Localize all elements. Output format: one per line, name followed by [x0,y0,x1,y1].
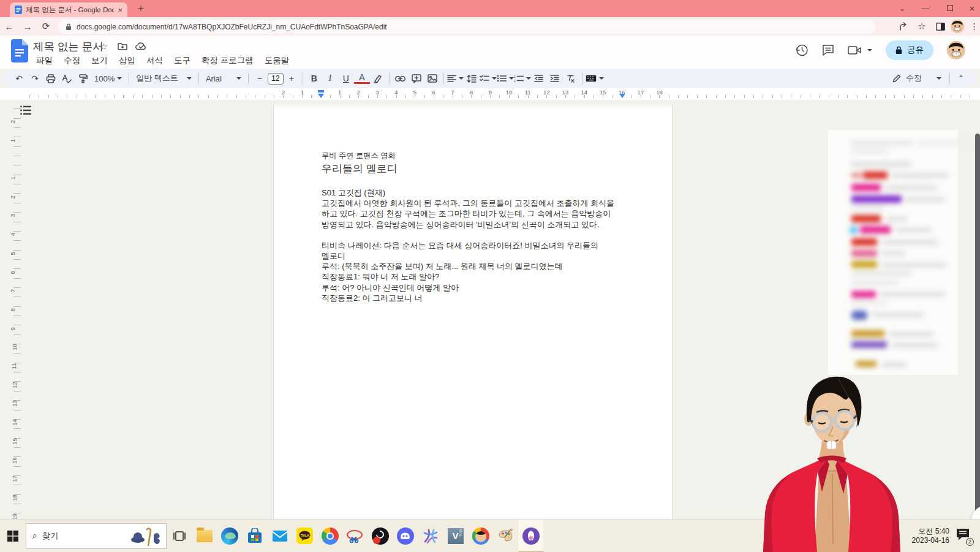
insert-link-icon[interactable] [393,71,409,86]
tab-search-chevron-icon[interactable]: ⌄ [892,0,913,16]
collapse-toolbar-icon[interactable]: ⌃ [953,71,969,86]
mail-icon[interactable] [267,520,292,552]
capture-tool-icon[interactable] [342,520,368,552]
menu-도구[interactable]: 도구 [170,54,195,67]
share-button[interactable]: 공유 [886,40,933,60]
doc-line[interactable] [322,230,628,240]
document-outline-icon[interactable] [20,105,31,115]
menu-보기[interactable]: 보기 [87,54,112,67]
paint-app-icon[interactable] [493,520,518,552]
italic-icon[interactable]: I [322,71,338,86]
font-select[interactable]: Arial [202,74,245,83]
align-icon[interactable] [447,71,464,86]
forward-icon[interactable]: → [18,21,37,32]
vseeface-icon[interactable]: V SF [443,520,468,552]
print-icon[interactable] [43,71,59,86]
bookmark-star-icon[interactable]: ☆ [914,19,930,34]
account-avatar[interactable] [947,41,965,59]
taskbar-search-box[interactable]: ⌕ 찾기 [26,523,167,549]
share-page-icon[interactable] [896,19,912,34]
kakaotalk-icon[interactable]: TALK [292,520,317,552]
bulleted-list-icon[interactable] [497,71,514,86]
menu-도움말[interactable]: 도움말 [260,54,294,67]
address-bar[interactable]: docs.google.com/document/d/17wA8TBQpXJOZ… [58,20,876,34]
editing-mode-select[interactable]: 수정 [888,73,946,84]
doc-line[interactable] [322,177,628,187]
doc-line[interactable]: 루석: (묵묵히 소주잔을 보며) 저 노래... 원래 제목 너의 멜로디였는… [322,261,628,271]
motion-app-icon[interactable] [418,520,443,552]
numbered-list-icon[interactable]: 12 [514,71,531,86]
window-minimize-button[interactable]: — [915,0,936,16]
underline-icon[interactable]: U [338,71,354,86]
window-maximize-button[interactable] [940,0,960,16]
chrome-profile-icon[interactable] [468,520,493,552]
paragraph-style-select[interactable]: 일반 텍스트 [132,73,195,84]
avatar-app-icon[interactable] [518,520,543,552]
right-indent-marker[interactable] [619,94,625,98]
line-spacing-icon[interactable] [464,71,480,86]
doc-line[interactable]: 멜로디 [322,251,628,261]
doc-line[interactable]: 우리들의 멜로디 [322,161,628,177]
task-view-button[interactable] [167,520,192,552]
microsoft-store-icon[interactable] [242,520,267,552]
document-title[interactable]: 제목 없는 문서 [33,39,104,54]
doc-line[interactable]: 하고 있다. 고깃집 천장 구석에는 조그마한 티비가 있는데, 그 속에서는 … [322,208,628,219]
obs-studio-icon[interactable] [368,520,393,552]
vertical-scrollbar[interactable] [975,134,980,519]
chrome-icon[interactable] [317,520,342,552]
insert-image-icon[interactable] [424,71,440,86]
version-history-icon[interactable] [795,43,809,57]
increase-font-size-button[interactable]: + [284,71,300,86]
menu-파일[interactable]: 파일 [32,54,57,67]
window-close-button[interactable]: × [962,0,980,16]
menu-확장 프로그램[interactable]: 확장 프로그램 [197,54,258,67]
meet-video-icon[interactable] [848,45,872,55]
move-folder-icon[interactable] [118,42,127,53]
decrease-font-size-button[interactable]: − [252,71,268,86]
browser-profile-avatar[interactable] [949,19,965,34]
first-line-indent-marker[interactable] [318,90,324,93]
document-text[interactable]: 루비 주연 로맨스 영화우리들의 멜로디S01 고깃집 (현재)고깃집에서 어엿… [322,151,628,303]
undo-icon[interactable]: ↶ [11,71,27,86]
left-indent-marker[interactable] [318,94,324,98]
add-comment-icon[interactable] [409,71,424,86]
increase-indent-icon[interactable] [547,71,563,86]
document-page[interactable]: 루비 주연 로맨스 영화우리들의 멜로디S01 고깃집 (현재)고깃집에서 어엿… [273,105,673,519]
cloud-saved-icon[interactable] [135,42,146,53]
browser-menu-icon[interactable]: ⋮ [967,19,980,34]
doc-line[interactable]: 루비 주연 로맨스 영화 [322,151,628,161]
menu-삽입[interactable]: 삽입 [115,54,140,67]
doc-line[interactable]: 루석: 어? 아니야 신곡인데 어떻게 알아 [322,282,628,293]
doc-line[interactable]: 직장동료2: 어 그러고보니 너 [322,293,628,303]
highlight-color-icon[interactable] [370,71,386,86]
new-tab-button[interactable]: + [134,2,148,15]
doc-line[interactable]: S01 고깃집 (현재) [322,187,628,198]
doc-line[interactable]: 티비속 나레이션: 다음 순서는 요즘 대세 싱어송라이터죠! 비밀소녀의 우리… [322,240,628,251]
doc-line[interactable]: 직장동료1: 뭐야 너 저 노래 알아? [322,271,628,282]
star-document-icon[interactable]: ☆ [100,42,108,51]
file-explorer-icon[interactable] [192,520,217,552]
font-size-input[interactable]: 12 [268,73,284,85]
input-tools-icon[interactable] [586,71,604,86]
browser-tab[interactable]: 제목 없는 문서 - Google Docs × [10,2,127,17]
redo-icon[interactable]: ↷ [27,71,43,86]
comments-icon[interactable] [822,44,834,56]
menu-서식[interactable]: 서식 [142,54,167,67]
decrease-indent-icon[interactable] [531,71,547,86]
horizontal-ruler[interactable]: 21123456789101112131415161718 [0,88,980,100]
spellcheck-icon[interactable] [59,71,75,86]
doc-line[interactable]: 방영되고 있다. 음악방송에는 싱어송라이터 '비밀소녀'의 신곡이 소개되고 … [322,219,628,230]
edge-icon[interactable] [217,520,242,552]
taskbar-clock[interactable]: 오전 5:40 2023-04-16 [912,527,949,545]
checklist-icon[interactable] [480,71,497,86]
tab-close-icon[interactable]: × [118,6,123,15]
text-color-icon[interactable]: A [354,74,370,84]
zoom-select[interactable]: 100% [91,74,126,83]
discord-icon[interactable] [393,520,418,552]
clear-formatting-icon[interactable] [563,71,579,86]
back-icon[interactable]: ← [0,21,18,32]
bold-icon[interactable]: B [306,71,322,86]
notification-center-icon[interactable]: 2 [956,528,971,544]
paint-format-icon[interactable] [75,71,91,86]
doc-line[interactable]: 고깃집에서 어엿한 회사원이 된 루석과, 그의 동료들이 고깃집에서 조촐하게… [322,198,628,208]
